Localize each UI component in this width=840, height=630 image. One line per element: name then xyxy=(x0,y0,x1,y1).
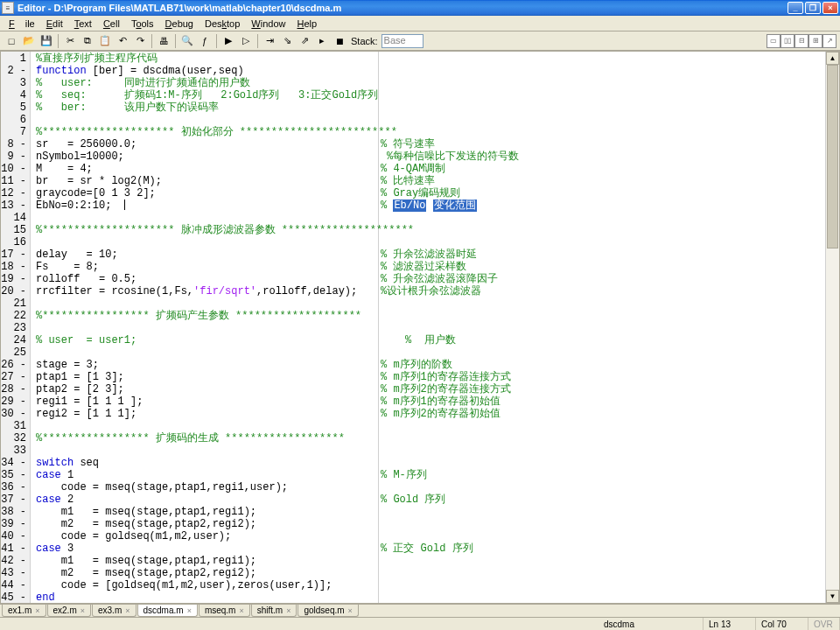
code-line[interactable] xyxy=(31,298,825,310)
code-line[interactable]: case 2% Gold 序列 xyxy=(31,494,825,506)
code-line[interactable]: Fs = 8;% 滤波器过采样数 xyxy=(31,261,825,273)
document-tab[interactable]: goldseq.m× xyxy=(298,605,358,617)
print-button[interactable]: 🖶 xyxy=(156,33,172,49)
code-line[interactable]: rolloff = 0.5;% 升余弦滤波器滚降因子 xyxy=(31,273,825,285)
code-line[interactable]: % user = user1;% 用户数 xyxy=(31,334,825,346)
tile-1-button[interactable]: ▭ xyxy=(766,34,780,48)
code-line[interactable] xyxy=(31,346,825,359)
code-line[interactable]: br = sr * log2(M);% 比特速率 xyxy=(31,175,825,187)
code-line[interactable]: % ber: 该用户数下的误码率 xyxy=(31,102,825,114)
code-line[interactable]: %***************** 扩频码产生参数 *************… xyxy=(31,310,825,322)
tab-close-icon[interactable]: × xyxy=(125,606,130,615)
code-line[interactable]: delay = 10;% 升余弦滤波器时延 xyxy=(31,248,825,261)
menu-window[interactable]: Window xyxy=(246,18,290,30)
undock-button[interactable]: ↗ xyxy=(822,34,836,48)
code-line[interactable]: %直接序列扩频主程序代码 xyxy=(31,52,825,65)
code-line[interactable]: ptap2 = [2 3];% m序列2的寄存器连接方式 xyxy=(31,383,825,396)
document-tab[interactable]: shift.m× xyxy=(251,605,298,617)
code-line[interactable]: sr = 256000.0;% 符号速率 xyxy=(31,138,825,150)
code-line[interactable]: function [ber] = dscdma(user,seq) xyxy=(31,65,825,77)
code-line[interactable]: % seq: 扩频码1:M-序列 2:Gold序列 3:正交Gold序列 xyxy=(31,89,825,102)
set-breakpoint-button[interactable]: ▶ xyxy=(220,33,236,49)
tab-close-icon[interactable]: × xyxy=(348,606,353,615)
cut-button[interactable]: ✂ xyxy=(62,33,78,49)
step-button[interactable]: ⇥ xyxy=(262,33,277,49)
document-tab[interactable]: ex3.m× xyxy=(92,605,136,617)
code-line[interactable]: switch seq xyxy=(31,457,825,469)
code-line[interactable] xyxy=(31,236,825,248)
find-button[interactable]: 🔍 xyxy=(179,33,195,49)
function-button[interactable]: ƒ xyxy=(197,33,213,49)
undo-button[interactable]: ↶ xyxy=(115,33,130,49)
code-line[interactable]: m2 = mseq(stage,ptap2,regi2); xyxy=(31,567,825,579)
code-line[interactable]: graycode=[0 1 3 2];% Gray编码规则 xyxy=(31,187,825,200)
menu-help[interactable]: Help xyxy=(292,18,323,30)
code-line[interactable] xyxy=(31,322,825,334)
line-gutter[interactable]: 12 -345678 -9 -10 -11 -12 -13 -14151617 … xyxy=(1,52,31,603)
code-line[interactable]: %********************* 脉冲成形滤波器参数 *******… xyxy=(31,224,825,236)
minimize-button[interactable]: _ xyxy=(788,2,803,14)
save-button[interactable]: 💾 xyxy=(38,33,54,49)
document-tab[interactable]: ex2.m× xyxy=(47,605,92,617)
vertical-scrollbar[interactable]: ▲ ▼ xyxy=(825,52,839,603)
tile-3-button[interactable]: ⊟ xyxy=(794,34,808,48)
code-line[interactable]: EbNo=0:2:10; % Eb/No 变化范围 xyxy=(31,200,825,212)
menu-edit[interactable]: Edit xyxy=(41,18,68,30)
menu-tools[interactable]: Tools xyxy=(126,18,159,30)
code-line[interactable]: M = 4;% 4-QAM调制 xyxy=(31,163,825,175)
redo-button[interactable]: ↷ xyxy=(132,33,148,49)
document-tab[interactable]: ex1.m× xyxy=(2,605,46,617)
close-button[interactable]: × xyxy=(822,2,838,14)
code-line[interactable]: case 1% M-序列 xyxy=(31,469,825,481)
tab-close-icon[interactable]: × xyxy=(35,606,39,615)
tab-close-icon[interactable]: × xyxy=(187,606,192,615)
document-tab[interactable]: dscdma.m× xyxy=(137,605,198,617)
code-line[interactable]: case 3% 正交 Gold 序列 xyxy=(31,542,825,555)
scroll-down-button[interactable]: ▼ xyxy=(826,590,839,603)
code-line[interactable]: %********************* 初始化部分 ***********… xyxy=(31,126,825,138)
menu-debug[interactable]: Debug xyxy=(160,18,199,30)
code-line[interactable] xyxy=(31,114,825,126)
code-line[interactable] xyxy=(31,420,825,432)
code-line[interactable]: end xyxy=(31,592,825,603)
code-line[interactable] xyxy=(31,444,825,457)
menu-text[interactable]: Text xyxy=(69,18,97,30)
maximize-button[interactable]: ❐ xyxy=(805,2,821,14)
code-line[interactable]: m1 = mseq(stage,ptap1,regi1); xyxy=(31,555,825,567)
copy-button[interactable]: ⧉ xyxy=(80,33,95,49)
code-line[interactable]: m2 = mseq(stage,ptap2,regi2); xyxy=(31,518,825,530)
clear-breakpoint-button[interactable]: ▷ xyxy=(238,33,254,49)
code-line[interactable]: %***************** 扩频码的生成 **************… xyxy=(31,432,825,444)
paste-button[interactable]: 📋 xyxy=(97,33,113,49)
exit-debug-button[interactable]: ⏹ xyxy=(332,33,347,49)
step-in-button[interactable]: ⇘ xyxy=(279,33,295,49)
menu-desktop[interactable]: Desktop xyxy=(200,18,245,30)
code-line[interactable]: ptap1 = [1 3];% m序列1的寄存器连接方式 xyxy=(31,371,825,383)
code-line[interactable]: stage = 3;% m序列的阶数 xyxy=(31,359,825,371)
code-line[interactable]: regi1 = [1 1 1 ];% m序列1的寄存器初始值 xyxy=(31,396,825,408)
scroll-track[interactable] xyxy=(826,65,839,590)
code-line[interactable] xyxy=(31,212,825,224)
stack-select[interactable]: Base xyxy=(382,34,424,48)
tile-4-button[interactable]: ⊞ xyxy=(808,34,822,48)
menu-file[interactable]: File xyxy=(4,18,40,30)
code-line[interactable]: code = [goldseq(m1,m2,user),zeros(user,1… xyxy=(31,579,825,592)
scroll-thumb[interactable] xyxy=(827,65,838,248)
tab-close-icon[interactable]: × xyxy=(80,606,85,615)
run-button[interactable]: ▸ xyxy=(314,33,330,49)
open-button[interactable]: 📂 xyxy=(21,33,37,49)
new-button[interactable]: □ xyxy=(4,33,19,49)
document-tab[interactable]: mseq.m× xyxy=(199,605,250,617)
scroll-up-button[interactable]: ▲ xyxy=(826,52,839,65)
tile-2-button[interactable]: ▯▯ xyxy=(780,34,794,48)
tab-close-icon[interactable]: × xyxy=(239,606,243,615)
step-out-button[interactable]: ⇗ xyxy=(297,33,312,49)
code-pane[interactable]: %直接序列扩频主程序代码function [ber] = dscdma(user… xyxy=(31,52,825,603)
code-line[interactable]: nSymbol=10000;%每种信噪比下发送的符号数 xyxy=(31,150,825,163)
code-line[interactable]: % user: 同时进行扩频通信的用户数 xyxy=(31,77,825,89)
code-line[interactable]: m1 = mseq(stage,ptap1,regi1); xyxy=(31,506,825,518)
tab-close-icon[interactable]: × xyxy=(286,606,290,615)
code-line[interactable]: regi2 = [1 1 1];% m序列2的寄存器初始值 xyxy=(31,408,825,420)
code-line[interactable]: rrcfilter = rcosine(1,Fs,'fir/sqrt',roll… xyxy=(31,285,825,298)
code-line[interactable]: code = mseq(stage,ptap1,regi1,user); xyxy=(31,481,825,494)
